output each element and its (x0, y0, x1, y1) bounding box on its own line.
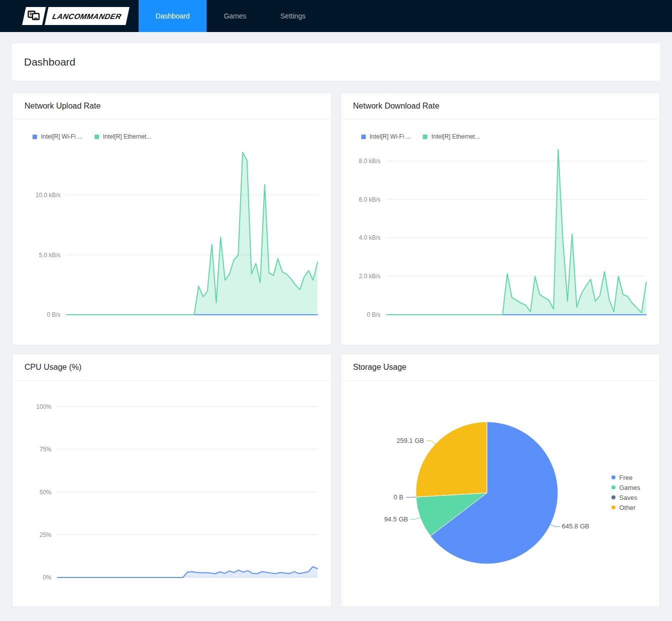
y-tick-label: 0 B/s (353, 311, 387, 318)
legend-label: Intel[R] Ethernet... (103, 133, 152, 140)
app-logo[interactable]: LANCOMMANDER (22, 7, 129, 25)
storage-legend: FreeGamesSavesOther (611, 474, 640, 514)
upload-chart-legend: Intel[R] Wi-Fi ...Intel[R] Ethernet... (33, 133, 318, 141)
legend-swatch-icon (361, 135, 366, 139)
panel-network-upload-title: Network Upload Rate (25, 102, 101, 110)
y-tick-label: 0 B/s (25, 311, 67, 318)
y-tick-label: 6.0 kB/s (353, 196, 387, 203)
legend-dot-icon (611, 505, 615, 509)
pie-label-leader (426, 441, 435, 444)
panel-network-upload-body: Intel[R] Wi-Fi ...Intel[R] Ethernet... 0… (13, 120, 331, 327)
legend-item[interactable]: Intel[R] Wi-Fi ... (361, 133, 411, 140)
nav-tab-games[interactable]: Games (207, 0, 263, 32)
download-chart: 0 B/s2.0 kB/s4.0 kB/s6.0 kB/s8.0 kB/s (353, 148, 646, 315)
page-content: Dashboard Network Upload Rate Intel[R] W… (0, 32, 672, 621)
nav-tab-settings[interactable]: Settings (263, 0, 323, 32)
legend-label: Other (619, 504, 636, 511)
y-tick-label: 100% (25, 403, 58, 410)
upload-plot-area[interactable] (67, 148, 318, 315)
legend-swatch-icon (423, 135, 427, 139)
panel-cpu-usage-title: CPU Usage (%) (25, 363, 82, 371)
brand-name: LANCOMMANDER (52, 12, 122, 21)
dashboard-grid: Network Upload Rate Intel[R] Wi-Fi ...In… (12, 93, 660, 607)
y-tick-label: 4.0 kB/s (353, 234, 387, 241)
upload-y-axis: 0 B/s5.0 kB/s10.0 kB/s (25, 148, 67, 315)
legend-item-other[interactable]: Other (611, 504, 640, 511)
legend-dot-icon (611, 485, 615, 489)
download-y-axis: 0 B/s2.0 kB/s4.0 kB/s6.0 kB/s8.0 kB/s (353, 148, 387, 315)
pie-label-leader (550, 524, 560, 526)
cpu-y-axis: 0%25%50%75%100% (25, 393, 58, 577)
panel-storage-usage: Storage Usage 645.8 GB94.5 GB0 B259.1 GB… (341, 354, 660, 607)
logo-wordmark-box: LANCOMMANDER (45, 7, 129, 25)
top-nav: LANCOMMANDER Dashboard Games Settings (0, 0, 672, 32)
y-tick-label: 75% (25, 446, 58, 453)
legend-label: Saves (619, 494, 637, 501)
download-chart-legend: Intel[R] Wi-Fi ...Intel[R] Ethernet... (361, 133, 646, 141)
download-plot-area[interactable] (387, 148, 646, 315)
nav-tab-dashboard[interactable]: Dashboard (139, 0, 207, 32)
legend-label: Intel[R] Wi-Fi ... (370, 133, 411, 140)
panel-storage-usage-header: Storage Usage (341, 354, 660, 381)
legend-label: Games (619, 484, 640, 491)
panel-network-upload: Network Upload Rate Intel[R] Wi-Fi ...In… (12, 93, 332, 345)
page-header-card: Dashboard (12, 44, 660, 81)
panel-network-upload-header: Network Upload Rate (13, 93, 331, 120)
pie-label-leader (410, 517, 420, 519)
y-tick-label: 8.0 kB/s (353, 158, 387, 165)
logo-mark (22, 7, 46, 25)
legend-label: Free (619, 474, 633, 481)
legend-label: Intel[R] Ethernet... (431, 133, 480, 140)
y-tick-label: 2.0 kB/s (353, 273, 387, 280)
pie-label-leader (406, 497, 416, 497)
panel-network-download-title: Network Download Rate (353, 102, 440, 110)
legend-dot-icon (611, 495, 615, 499)
legend-item-games[interactable]: Games (611, 484, 640, 491)
panel-cpu-usage: CPU Usage (%) 0%25%50%75%100% (12, 354, 332, 607)
y-tick-label: 50% (25, 489, 58, 496)
legend-item[interactable]: Intel[R] Ethernet... (95, 133, 152, 140)
legend-item[interactable]: Intel[R] Wi-Fi ... (33, 133, 83, 140)
y-tick-label: 10.0 kB/s (25, 192, 67, 199)
nav-tabs: Dashboard Games Settings (139, 0, 323, 32)
upload-chart: 0 B/s5.0 kB/s10.0 kB/s (25, 148, 318, 315)
panel-storage-usage-title: Storage Usage (353, 363, 407, 371)
y-tick-label: 0% (25, 574, 58, 581)
panel-network-download: Network Download Rate Intel[R] Wi-Fi ...… (341, 93, 660, 345)
y-tick-label: 25% (25, 531, 58, 538)
cpu-chart: 0%25%50%75%100% (25, 393, 318, 577)
panel-cpu-usage-header: CPU Usage (%) (13, 354, 331, 381)
legend-swatch-icon (95, 135, 99, 139)
series-line (387, 150, 646, 315)
pie-slice-other[interactable] (416, 422, 487, 497)
legend-dot-icon (611, 475, 615, 479)
legend-item-saves[interactable]: Saves (611, 494, 640, 501)
legend-item[interactable]: Intel[R] Ethernet... (423, 133, 480, 140)
panel-storage-usage-body: 645.8 GB94.5 GB0 B259.1 GBFreeGamesSaves… (341, 381, 660, 604)
cpu-plot-area[interactable] (58, 393, 318, 577)
panel-cpu-usage-body: 0%25%50%75%100% (13, 381, 331, 589)
panel-network-download-body: Intel[R] Wi-Fi ...Intel[R] Ethernet... 0… (341, 120, 660, 327)
lancommander-monitors-icon (27, 11, 42, 22)
panel-network-download-header: Network Download Rate (341, 93, 660, 120)
series-area (67, 153, 318, 315)
y-tick-label: 5.0 kB/s (25, 252, 67, 259)
legend-item-free[interactable]: Free (611, 474, 640, 481)
legend-label: Intel[R] Wi-Fi ... (41, 133, 83, 140)
page-title: Dashboard (24, 56, 76, 68)
legend-swatch-icon (33, 135, 37, 139)
